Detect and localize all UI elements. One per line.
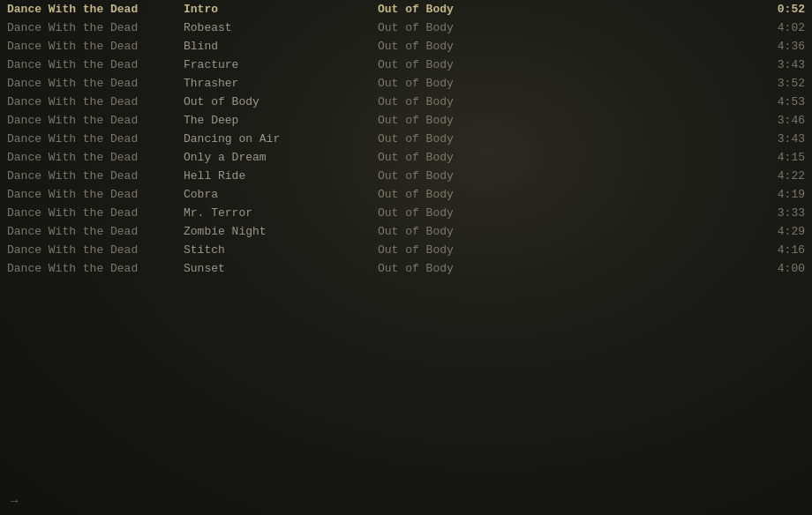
track-duration: 3:43 — [752, 58, 805, 71]
track-title: Mr. Terror — [184, 206, 378, 220]
track-album: Out of Body — [378, 225, 752, 238]
track-artist: Dance With the Dead — [7, 206, 184, 220]
track-title: Thrasher — [184, 77, 378, 90]
track-album: Out of Body — [378, 40, 752, 53]
track-duration: 4:02 — [752, 21, 805, 34]
track-artist: Dance With the Dead — [7, 188, 184, 201]
track-artist: Dance With the Dead — [7, 21, 184, 34]
track-duration: 3:52 — [752, 77, 805, 90]
track-artist: Dance With the Dead — [7, 114, 184, 127]
track-duration: 4:53 — [752, 95, 805, 108]
track-title: Sunset — [184, 262, 378, 275]
track-title: The Deep — [184, 114, 378, 127]
track-row[interactable]: Dance With the DeadStitchOut of Body4:16 — [0, 241, 812, 259]
track-duration: 4:19 — [752, 188, 805, 201]
track-row[interactable]: Dance With the DeadSunsetOut of Body4:00 — [0, 259, 812, 278]
track-list: Dance With the Dead Intro Out of Body 0:… — [0, 0, 812, 278]
track-album: Out of Body — [378, 188, 752, 201]
track-title: Out of Body — [184, 95, 378, 108]
track-album: Out of Body — [378, 206, 752, 220]
track-album: Out of Body — [378, 114, 752, 127]
track-album: Out of Body — [378, 77, 752, 90]
track-row[interactable]: Dance With the DeadDancing on AirOut of … — [0, 130, 812, 148]
track-row[interactable]: Dance With the DeadFractureOut of Body3:… — [0, 56, 812, 74]
track-artist: Dance With the Dead — [7, 243, 184, 257]
track-title: Stitch — [184, 243, 378, 257]
track-title: Cobra — [184, 188, 378, 201]
track-duration: 3:33 — [752, 206, 805, 220]
track-row[interactable]: Dance With the DeadThrasherOut of Body3:… — [0, 74, 812, 93]
track-duration: 4:22 — [752, 169, 805, 183]
track-album: Out of Body — [378, 243, 752, 257]
track-row[interactable]: Dance With the DeadOut of BodyOut of Bod… — [0, 93, 812, 111]
track-artist: Dance With the Dead — [7, 262, 184, 275]
track-row[interactable]: Dance With the DeadRobeastOut of Body4:0… — [0, 19, 812, 37]
track-row[interactable]: Dance With the DeadMr. TerrorOut of Body… — [0, 204, 812, 222]
track-row[interactable]: Dance With the DeadCobraOut of Body4:19 — [0, 185, 812, 204]
header-duration: 0:52 — [752, 3, 805, 16]
track-row[interactable]: Dance With the DeadHell RideOut of Body4… — [0, 167, 812, 185]
track-duration: 4:36 — [752, 40, 805, 53]
track-title: Fracture — [184, 58, 378, 71]
track-artist: Dance With the Dead — [7, 95, 184, 108]
track-artist: Dance With the Dead — [7, 151, 184, 164]
track-artist: Dance With the Dead — [7, 132, 184, 146]
track-artist: Dance With the Dead — [7, 40, 184, 53]
track-row[interactable]: Dance With the DeadZombie NightOut of Bo… — [0, 222, 812, 241]
track-duration: 4:00 — [752, 262, 805, 275]
header-artist: Dance With the Dead — [7, 3, 184, 16]
track-duration: 3:46 — [752, 114, 805, 127]
track-duration: 4:16 — [752, 243, 805, 257]
track-row[interactable]: Dance With the DeadBlindOut of Body4:36 — [0, 37, 812, 56]
track-title: Zombie Night — [184, 225, 378, 238]
track-title: Only a Dream — [184, 151, 378, 164]
track-list-header: Dance With the Dead Intro Out of Body 0:… — [0, 0, 812, 19]
track-artist: Dance With the Dead — [7, 77, 184, 90]
track-title: Hell Ride — [184, 169, 378, 183]
track-duration: 4:29 — [752, 225, 805, 238]
track-album: Out of Body — [378, 95, 752, 108]
track-artist: Dance With the Dead — [7, 225, 184, 238]
bottom-arrow-icon: → — [11, 494, 18, 508]
track-row[interactable]: Dance With the DeadOnly a DreamOut of Bo… — [0, 148, 812, 167]
track-duration: 4:15 — [752, 151, 805, 164]
track-artist: Dance With the Dead — [7, 169, 184, 183]
track-album: Out of Body — [378, 132, 752, 146]
track-duration: 3:43 — [752, 132, 805, 146]
track-album: Out of Body — [378, 262, 752, 275]
track-album: Out of Body — [378, 58, 752, 71]
track-album: Out of Body — [378, 151, 752, 164]
header-title: Intro — [184, 3, 378, 16]
track-title: Dancing on Air — [184, 132, 378, 146]
track-title: Robeast — [184, 21, 378, 34]
track-artist: Dance With the Dead — [7, 58, 184, 71]
header-album: Out of Body — [378, 3, 752, 16]
track-row[interactable]: Dance With the DeadThe DeepOut of Body3:… — [0, 111, 812, 130]
track-title: Blind — [184, 40, 378, 53]
track-album: Out of Body — [378, 21, 752, 34]
track-album: Out of Body — [378, 169, 752, 183]
